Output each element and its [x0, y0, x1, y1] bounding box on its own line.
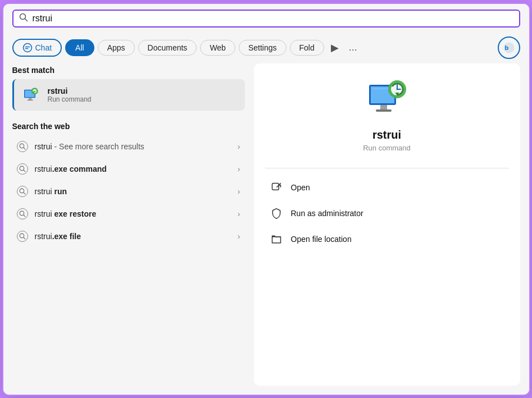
chevron-right-icon-1: ›: [238, 164, 240, 173]
best-match-item[interactable]: rstrui Run command: [12, 79, 245, 111]
bing-chat-icon: [22, 43, 33, 53]
search-input[interactable]: [33, 13, 513, 24]
arrow-icon: ▶: [331, 42, 339, 53]
more-icon: ...: [349, 42, 357, 53]
chevron-right-icon-4: ›: [238, 232, 240, 241]
filter-tabs: Chat All Apps Documents Web Settings Fol…: [3, 33, 529, 63]
tab-fold[interactable]: Fold: [290, 40, 324, 56]
left-panel: Best match: [12, 63, 254, 386]
tab-settings-label: Settings: [248, 43, 277, 52]
web-search-icon-3: [17, 208, 28, 219]
action-open-file-location-label: Open file location: [291, 235, 352, 244]
search-window: Chat All Apps Documents Web Settings Fol…: [2, 3, 530, 396]
shield-icon: [270, 207, 283, 220]
action-open[interactable]: Open: [265, 175, 509, 200]
web-search-item-0[interactable]: rstrui - See more search results ›: [12, 135, 245, 158]
search-icon: [19, 13, 28, 24]
tab-chat[interactable]: Chat: [12, 39, 62, 57]
main-content: Best match: [3, 63, 529, 395]
svg-point-2: [23, 43, 31, 52]
tab-chat-label: Chat: [35, 43, 52, 52]
tab-more-button[interactable]: ...: [345, 39, 361, 56]
svg-rect-7: [29, 98, 31, 99]
tab-settings[interactable]: Settings: [239, 40, 287, 56]
web-search-text-3: rstrui exe restore: [35, 209, 238, 218]
svg-line-12: [23, 147, 25, 149]
bing-button[interactable]: b: [498, 36, 520, 59]
tab-documents-label: Documents: [148, 43, 188, 52]
panel-divider: [265, 168, 509, 168]
svg-rect-8: [27, 99, 33, 100]
app-icon-wrapper: [21, 85, 41, 105]
chevron-right-icon-3: ›: [238, 209, 240, 218]
best-match-subtitle: Run command: [48, 95, 92, 103]
best-match-title: Best match: [12, 66, 245, 75]
web-search-section: Search the web rstrui - See more search …: [12, 120, 245, 248]
web-search-item-2[interactable]: rstrui run ›: [12, 180, 245, 203]
right-panel-app-name: rstrui: [372, 129, 401, 141]
web-search-icon-2: [17, 186, 28, 197]
search-bar: [3, 4, 529, 33]
svg-rect-24: [380, 105, 387, 109]
chevron-right-icon-2: ›: [238, 187, 240, 196]
tab-apps-label: Apps: [107, 43, 125, 52]
tab-more-arrow[interactable]: ▶: [328, 39, 342, 56]
chevron-right-icon-0: ›: [238, 142, 240, 151]
svg-line-1: [25, 19, 27, 21]
svg-line-18: [23, 214, 25, 216]
svg-text:b: b: [504, 44, 508, 51]
action-run-as-admin[interactable]: Run as administrator: [265, 201, 509, 226]
rstrui-icon: [22, 86, 40, 104]
web-search-item-4[interactable]: rstrui.exe file ›: [12, 225, 245, 248]
web-search-text-0: rstrui - See more search results: [35, 142, 238, 151]
tab-all[interactable]: All: [65, 39, 94, 56]
web-search-icon-1: [17, 163, 28, 175]
open-external-icon: [270, 181, 283, 194]
right-panel-app-type: Run command: [363, 144, 411, 152]
web-search-icon-4: [17, 231, 28, 242]
svg-line-16: [23, 192, 25, 194]
action-run-as-admin-label: Run as administrator: [291, 209, 363, 218]
best-match-name: rstrui: [48, 86, 92, 95]
action-open-file-location[interactable]: Open file location: [265, 227, 509, 251]
tab-web[interactable]: Web: [200, 40, 235, 56]
web-search-icon-0: [17, 141, 28, 152]
best-match-info: rstrui Run command: [48, 86, 92, 103]
tab-fold-label: Fold: [299, 43, 315, 52]
svg-line-20: [23, 237, 25, 239]
right-panel: rstrui Run command Open: [254, 63, 520, 386]
folder-icon: [270, 232, 283, 246]
action-list: Open Run as administrator: [265, 175, 509, 251]
web-search-item-1[interactable]: rstrui.exe command ›: [12, 158, 245, 180]
tab-apps[interactable]: Apps: [98, 40, 135, 56]
svg-rect-25: [376, 109, 392, 112]
action-open-label: Open: [291, 183, 310, 192]
search-input-wrapper[interactable]: [12, 10, 520, 28]
tab-all-label: All: [75, 43, 84, 52]
web-search-text-4: rstrui.exe file: [35, 232, 238, 241]
web-search-text-1: rstrui.exe command: [35, 164, 238, 173]
svg-line-14: [23, 170, 25, 171]
tab-documents[interactable]: Documents: [138, 40, 197, 56]
web-search-text-2: rstrui run: [35, 187, 238, 196]
tab-web-label: Web: [210, 43, 226, 52]
app-icon-large: [365, 77, 410, 122]
web-search-title: Search the web: [12, 122, 245, 131]
app-preview: rstrui Run command: [265, 77, 509, 152]
bing-icon: b: [503, 42, 515, 54]
rstrui-large-icon: [365, 77, 410, 122]
web-search-item-3[interactable]: rstrui exe restore ›: [12, 203, 245, 225]
